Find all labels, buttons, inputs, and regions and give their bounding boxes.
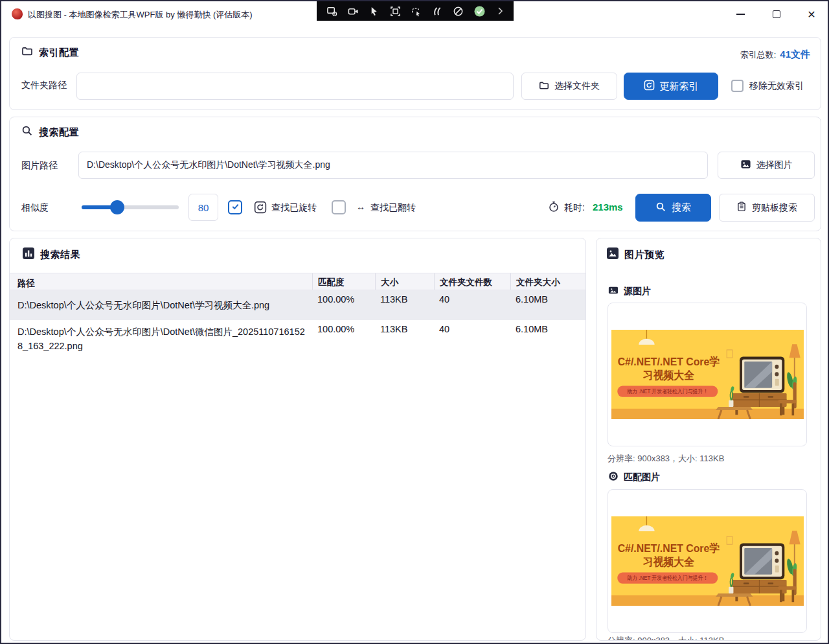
match-image-thumbnail: C#/.NET/.NET Core学 习视频大全 助力 .NET 开发者轻松入门… xyxy=(608,489,807,633)
source-image-info: 分辨率: 900x383，大小: 113KB xyxy=(608,453,724,465)
preview-section-header: 图片预览 xyxy=(607,247,664,262)
column-header-size[interactable]: 大小 xyxy=(375,273,434,290)
svg-text:助力 .NET 开发者轻松入门与提升！: 助力 .NET 开发者轻松入门与提升！ xyxy=(627,388,708,395)
similarity-label: 相似度 xyxy=(21,202,49,214)
search-icon xyxy=(655,201,666,214)
region-icon[interactable] xyxy=(390,6,401,17)
cell-match: 100.00% xyxy=(312,290,375,320)
search-button-label: 搜索 xyxy=(672,201,691,214)
clipboard-search-label: 剪贴板搜索 xyxy=(752,202,797,214)
results-section-header: 搜索结果 xyxy=(23,247,80,262)
confirm-check-icon[interactable] xyxy=(473,5,486,17)
update-index-label: 更新索引 xyxy=(660,80,699,93)
cell-folder-files: 40 xyxy=(434,320,510,360)
index-section-header: 索引配置 xyxy=(21,45,79,60)
cell-path: D:\Desktop\个人公众号无水印图片\DotNet\微信图片_202511… xyxy=(10,320,312,360)
elapsed-label: 耗时: xyxy=(564,202,585,214)
clipboard-search-button[interactable]: 剪贴板搜索 xyxy=(719,194,815,222)
svg-text:习视频大全: 习视频大全 xyxy=(642,369,694,382)
remove-invalid-checkbox[interactable] xyxy=(731,80,744,92)
svg-text:助力 .NET 开发者轻松入门与提升！: 助力 .NET 开发者轻松入门与提升！ xyxy=(627,575,708,581)
cursor-icon[interactable] xyxy=(369,6,380,17)
select-image-button[interactable]: 选择图片 xyxy=(718,152,815,179)
find-rotated-label: 查找已旋转 xyxy=(271,202,317,214)
window-title: 以图搜图 - 本地图像检索工具WPF版 by 懒得勤快 (评估版本) xyxy=(28,9,253,21)
image-icon xyxy=(740,159,751,172)
select-folder-label: 选择文件夹 xyxy=(554,80,600,92)
brush-icon[interactable] xyxy=(431,6,442,17)
match-image-icon xyxy=(608,471,619,483)
source-image-icon xyxy=(608,285,619,297)
index-total-value: 41文件 xyxy=(780,49,810,61)
source-image-thumbnail: C#/.NET/.NET Core学 习视频大全 助力 .NET 开发者轻松入门… xyxy=(608,303,807,446)
image-path-label: 图片路径 xyxy=(21,160,58,172)
record-icon[interactable] xyxy=(348,6,359,17)
select-image-label: 选择图片 xyxy=(756,159,793,171)
folder-icon xyxy=(21,45,33,60)
search-config-section: 搜索配置 图片路径 选择图片 相似度 查找已旋转 ↔ 查找已翻转 耗时: 213… xyxy=(9,117,821,231)
results-table-header: 路径 匹配度 大小 文件夹文件数 文件夹大小 xyxy=(10,273,585,290)
similarity-value-input[interactable] xyxy=(188,194,218,221)
results-table: 路径 匹配度 大小 文件夹文件数 文件夹大小 D:\Desktop\个人公众号无… xyxy=(10,273,585,360)
similarity-slider[interactable] xyxy=(82,205,179,209)
table-row[interactable]: D:\Desktop\个人公众号无水印图片\DotNet\学习视频大全.png … xyxy=(10,290,585,320)
flip-arrow-icon: ↔ xyxy=(356,201,365,212)
check-icon xyxy=(231,201,240,213)
folder-icon xyxy=(539,80,549,93)
elapsed-value: 213ms xyxy=(593,201,623,213)
column-header-path[interactable]: 路径 xyxy=(10,273,312,290)
table-row[interactable]: D:\Desktop\个人公众号无水印图片\DotNet\微信图片_202511… xyxy=(10,320,585,360)
cell-folder-files: 40 xyxy=(434,290,510,320)
rotate-icon xyxy=(254,201,267,216)
search-results-section: 搜索结果 路径 匹配度 大小 文件夹文件数 文件夹大小 D:\Desktop\个… xyxy=(9,238,586,641)
svg-text:C#/.NET/.NET Core学: C#/.NET/.NET Core学 xyxy=(617,542,720,555)
slider-thumb[interactable] xyxy=(110,200,124,214)
capture-toolbar xyxy=(317,1,514,21)
minimize-icon xyxy=(736,14,745,15)
minimize-button[interactable] xyxy=(728,3,753,26)
app-icon xyxy=(12,8,23,19)
index-config-section: 索引配置 索引总数: 41文件 文件夹路径 选择文件夹 更新索引 移除无效索引 xyxy=(9,37,821,110)
remove-invalid-label: 移除无效索引 xyxy=(749,80,804,92)
source-banner-image: C#/.NET/.NET Core学 习视频大全 助力 .NET 开发者轻松入门… xyxy=(611,330,804,419)
screenshot-icon[interactable] xyxy=(326,6,337,17)
index-section-title: 索引配置 xyxy=(39,47,79,59)
index-total-label: 索引总数: xyxy=(740,49,777,61)
source-image-header: 源图片 xyxy=(608,285,651,297)
cell-folder-size: 6.10MB xyxy=(510,290,585,320)
folder-path-input[interactable] xyxy=(76,73,514,100)
timer-icon xyxy=(548,201,560,215)
preview-section-title: 图片预览 xyxy=(624,249,664,261)
column-header-folder-files[interactable]: 文件夹文件数 xyxy=(434,273,510,290)
cell-path: D:\Desktop\个人公众号无水印图片\DotNet\学习视频大全.png xyxy=(10,290,312,320)
select-folder-button[interactable]: 选择文件夹 xyxy=(521,73,617,100)
find-rotated-checkbox[interactable] xyxy=(228,200,242,214)
search-section-header: 搜索配置 xyxy=(21,125,79,139)
update-index-button[interactable]: 更新索引 xyxy=(624,73,718,100)
find-flipped-label: 查找已翻转 xyxy=(370,202,416,214)
image-preview-section: 图片预览 源图片 C#/.NET/.NET Core学 习视频大全 助力 .NE… xyxy=(596,238,821,641)
column-header-folder-size[interactable]: 文件夹大小 xyxy=(510,273,585,290)
more-chevron-icon[interactable] xyxy=(496,6,504,16)
search-section-title: 搜索配置 xyxy=(39,126,79,139)
close-icon: ✕ xyxy=(807,8,815,21)
maximize-button[interactable] xyxy=(764,3,789,26)
source-image-label: 源图片 xyxy=(624,286,651,297)
results-list-icon xyxy=(23,247,34,262)
results-section-title: 搜索结果 xyxy=(40,249,80,261)
find-flipped-checkbox[interactable] xyxy=(332,200,346,214)
cell-folder-size: 6.10MB xyxy=(510,320,585,360)
cell-size: 113KB xyxy=(375,290,434,320)
search-icon xyxy=(21,125,33,139)
match-image-label: 匹配图片 xyxy=(624,472,660,483)
svg-text:习视频大全: 习视频大全 xyxy=(642,556,694,569)
freeform-select-icon[interactable] xyxy=(411,6,422,17)
disable-icon[interactable] xyxy=(453,6,464,17)
index-total: 索引总数: 41文件 xyxy=(740,49,810,61)
close-button[interactable]: ✕ xyxy=(799,3,824,26)
column-header-match[interactable]: 匹配度 xyxy=(312,273,375,290)
app-window: 以图搜图 - 本地图像检索工具WPF版 by 懒得勤快 (评估版本) ✕ 索引配… xyxy=(0,0,829,644)
search-button[interactable]: 搜索 xyxy=(635,194,711,222)
refresh-icon xyxy=(644,80,655,93)
image-path-input[interactable] xyxy=(78,152,708,179)
